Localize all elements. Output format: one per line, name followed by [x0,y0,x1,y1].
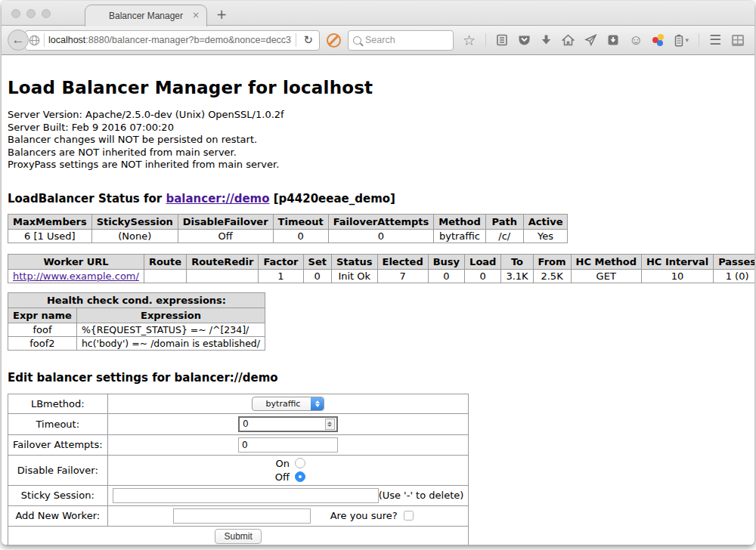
status-heading-suffix: [p4420eeae_demo] [270,192,395,205]
notice-persist: Balancer changes will NOT be persisted o… [8,134,748,147]
col-disablefailover: DisableFailover [178,214,273,229]
share-icon[interactable] [584,34,597,46]
close-window-button[interactable] [11,9,20,18]
submit-row: Submit [8,526,469,545]
minimize-window-button[interactable] [26,9,36,18]
home-icon[interactable] [562,34,575,46]
balancer-demo-link[interactable]: balancer://demo [166,192,269,205]
radio-off-checked[interactable] [295,471,305,482]
url-host: localhost [48,35,85,45]
val-method: bytraffic [434,229,485,243]
tab-title: Balancer Manager [109,11,183,21]
col-busy: Busy [428,254,464,269]
bookmarks-menu-icon[interactable] [496,34,508,46]
url-path: :8880/balancer-manager?b=demo&nonce=decc… [85,35,292,45]
status-heading-prefix: LoadBalancer Status for [8,192,166,205]
failover-off-option[interactable]: Off [271,471,305,483]
sticky-session-label: Sticky Session: [8,485,108,505]
toolbar-icons: ☆ ☺ ▾ [463,32,745,48]
submit-button[interactable]: Submit [215,529,261,544]
bookmark-star-icon[interactable]: ☆ [463,33,476,48]
menu-icon[interactable]: ☰ [709,32,721,48]
add-worker-label: Add New Worker: [8,505,108,526]
health-row-foof: foof %{REQUEST_STATUS} =~ /^[234]/ [8,323,265,336]
col-maxmembers: MaxMembers [8,214,92,229]
val-timeout: 0 [273,229,328,243]
sticky-session-row: Sticky Session: (Use '-' to delete) [8,485,469,505]
timeout-input[interactable]: 0 [238,416,338,432]
back-button[interactable]: ← [8,29,29,51]
content-blocked-icon[interactable] [327,33,341,48]
notice-inherit-balancers: Balancers are NOT inherited from main se… [8,147,748,159]
dropdown-caret-icon[interactable]: ▾ [685,36,689,44]
col-expr-name: Expr name [8,307,77,323]
chat-smiley-icon[interactable]: ☺ [629,33,643,47]
col-hc-interval: HC Interval [641,254,713,269]
col-route: Route [144,254,186,269]
health-title-row: Health check cond. expressions: [8,292,265,307]
url-separator [44,33,45,47]
failover-on-option[interactable]: On [271,458,305,469]
page-content: Load Balancer Manager for localhost Serv… [2,55,754,545]
tab-close-icon[interactable]: × [192,10,200,20]
new-tab-button[interactable]: + [216,7,227,22]
search-bar[interactable] [348,30,454,51]
zoom-window-button[interactable] [42,9,51,18]
add-worker-input[interactable] [173,508,311,524]
browser-window: Balancer Manager × + ← localhost:8880/ba… [2,1,754,545]
url-text[interactable]: localhost:8880/balancer-manager?b=demo&n… [48,35,292,45]
add-worker-row: Add New Worker: Are you sure? [8,505,469,526]
pocket-icon[interactable] [518,34,531,46]
health-row-foof2: foof2 hc('body') =~ /domain is establish… [8,336,265,350]
lbmethod-select[interactable]: bytraffic [252,397,325,411]
failover-row: Failover Attempts: [8,434,469,455]
val-expr-name-2: foof2 [8,336,77,350]
val-passes: 1 (0) [714,269,754,283]
downloads-icon[interactable] [541,34,552,46]
are-you-sure-checkbox[interactable] [404,511,414,521]
val-hc-interval: 10 [641,269,713,283]
col-routeredir: RouteRedir [187,254,259,269]
lbmethod-label: LBmethod: [8,394,108,413]
balancer-data-row: 6 [1 Used] (None) Off 0 0 bytraffic /c/ … [8,229,568,243]
worker-table: Worker URL Route RouteRedir Factor Set S… [8,254,754,283]
globe-icon [29,35,40,46]
timeout-value: 0 [243,419,325,429]
server-version: Server Version: Apache/2.5.0-dev (Unix) … [8,109,748,122]
balancer-status-table: MaxMembers StickySession DisableFailover… [8,214,568,243]
sticky-session-input[interactable] [113,488,379,503]
server-info: Server Version: Apache/2.5.0-dev (Unix) … [8,109,748,171]
are-you-sure-label: Are you sure? [330,510,398,521]
worker-url-link[interactable]: http://www.example.com/ [13,270,139,282]
url-bar[interactable]: localhost:8880/balancer-manager?b=demo&n… [25,30,320,51]
app-grid-icon[interactable] [731,34,745,47]
col-status: Status [331,254,377,269]
col-hc-method: HC Method [571,254,641,269]
color-dots-icon[interactable] [652,34,665,46]
tab-balancer-manager[interactable]: Balancer Manager × [85,5,207,26]
disable-failover-row: Disable Failover: On Off [8,455,469,485]
lbmethod-selected-value: bytraffic [253,397,311,410]
val-failoverattempts: 0 [328,229,434,243]
worker-data-row: http://www.example.com/ 1 0 Init Ok 7 0 … [8,269,755,283]
edit-balancer-heading: Edit balancer settings for balancer://de… [8,371,748,385]
radio-on-unchecked[interactable] [295,458,305,468]
reload-icon[interactable]: ↻ [300,33,316,47]
col-stickysession: StickySession [91,214,178,229]
val-busy: 0 [428,269,464,283]
val-path: /c/ [485,229,523,243]
val-expr-name-1: foof [8,323,77,336]
col-expression: Expression [76,307,265,323]
val-route [144,269,186,283]
number-spinner-icon[interactable] [325,419,335,430]
val-elected: 7 [377,269,428,283]
battery-extension-icon[interactable]: ▾ [674,34,689,47]
col-passes: Passes [714,254,754,269]
select-stepper-icon [311,397,324,410]
timeout-label: Timeout: [8,413,108,434]
val-worker-url: http://www.example.com/ [8,269,144,283]
failover-attempts-input[interactable] [238,437,338,453]
save-to-device-icon[interactable] [607,34,619,46]
health-check-table: Health check cond. expressions: Expr nam… [8,292,265,351]
search-input[interactable] [365,35,448,45]
